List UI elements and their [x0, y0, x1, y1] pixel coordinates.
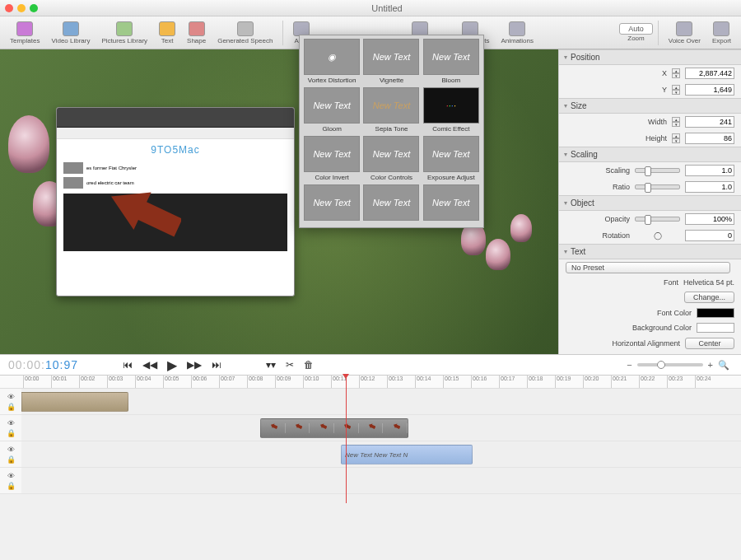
text-preset-select[interactable]: No Preset — [566, 262, 730, 273]
effect-thumb[interactable]: New Text — [423, 184, 479, 221]
object-header[interactable]: Object — [559, 195, 741, 211]
effect-thumb[interactable]: New Text — [304, 184, 360, 221]
arrow-clip[interactable]: Arrow — [260, 418, 408, 438]
effect-thumb[interactable]: New Text — [363, 184, 419, 221]
width-input[interactable] — [685, 116, 734, 128]
y-stepper[interactable]: ▴▾ — [672, 85, 680, 95]
effect-thumb[interactable]: New Text — [423, 136, 479, 172]
shape-button[interactable]: Shape — [182, 20, 211, 46]
x-input[interactable] — [685, 68, 734, 79]
scaling-input[interactable] — [685, 165, 734, 176]
opacity-input[interactable] — [685, 213, 734, 225]
toolbar-label: Text — [161, 37, 174, 44]
ruler-mark: 00:10 — [303, 376, 331, 388]
background-clip[interactable]: Background — [21, 392, 128, 412]
play-button[interactable]: ▶ — [167, 357, 177, 373]
goto-start-button[interactable]: ⏮ — [123, 359, 133, 371]
width-stepper[interactable]: ▴▾ — [672, 117, 680, 127]
track-row: 👁🔒 New Text New Text New Text N — [0, 441, 741, 468]
ratio-slider[interactable] — [635, 184, 680, 189]
ratio-input[interactable] — [685, 181, 734, 193]
effect-thumb[interactable]: New Text — [363, 39, 419, 75]
animations-button[interactable]: Animations — [496, 20, 538, 46]
rotation-input[interactable] — [685, 230, 734, 241]
toolbar-label: Templates — [10, 37, 40, 44]
track-lock-icon[interactable]: 🔒 — [7, 482, 16, 490]
timecode: 00:00:10:97 — [8, 358, 78, 371]
effect-thumb[interactable]: New Text — [363, 136, 419, 172]
video-library-icon — [63, 21, 79, 36]
track-lock-icon[interactable]: 🔒 — [7, 455, 16, 464]
track-visibility-icon[interactable]: 👁 — [7, 393, 15, 401]
close-icon[interactable] — [5, 4, 13, 12]
opacity-slider[interactable] — [635, 217, 680, 222]
change-font-button[interactable]: Change... — [684, 292, 734, 303]
step-forward-button[interactable]: ▶▶ — [187, 359, 202, 371]
zoom-out-button[interactable]: − — [627, 360, 631, 370]
toolbar-label: Animations — [501, 37, 534, 44]
effect-thumb[interactable]: New Text — [423, 39, 479, 75]
position-header[interactable]: Position — [559, 49, 741, 65]
zoom-control[interactable]: AutoZoom — [619, 23, 653, 42]
search-icon[interactable]: 🔍 — [718, 360, 729, 371]
rotation-label: Rotation — [566, 231, 630, 240]
delete-button[interactable]: 🗑 — [304, 359, 314, 371]
text-clip[interactable]: New Text New Text New Text N — [341, 445, 473, 464]
text-header[interactable]: Text — [559, 244, 741, 259]
effect-label: Vignette — [380, 75, 403, 86]
opacity-label: Opacity — [566, 215, 630, 223]
ruler-mark: 00:01 — [51, 376, 79, 388]
height-stepper[interactable]: ▴▾ — [672, 133, 680, 143]
ruler-mark: 00:15 — [443, 376, 471, 388]
zoom-in-button[interactable]: + — [708, 360, 713, 370]
size-header[interactable]: Size — [559, 98, 741, 114]
effect-thumb[interactable]: New Text — [304, 136, 360, 172]
track-visibility-icon[interactable]: 👁 — [7, 472, 15, 480]
effect-thumb[interactable]: New Text — [363, 87, 419, 124]
voice-over-button[interactable]: Voice Over — [664, 20, 706, 46]
track-visibility-icon[interactable]: 👁 — [7, 419, 15, 427]
effect-thumb[interactable]: ◉ — [304, 39, 360, 75]
effect-label: Vortex Distortion — [308, 75, 357, 86]
goto-end-button[interactable]: ⏭ — [212, 359, 221, 371]
zoom-select[interactable]: Auto — [619, 23, 653, 35]
arrow-annotation[interactable] — [82, 189, 181, 255]
zoom-icon[interactable] — [30, 4, 38, 12]
playhead[interactable] — [346, 376, 347, 503]
bg-color-swatch[interactable] — [697, 323, 734, 333]
ruler-mark: 00:22 — [639, 376, 667, 388]
h-align-select[interactable]: Center — [685, 338, 734, 349]
effect-thumb[interactable]: ···· — [423, 87, 479, 124]
step-back-button[interactable]: ◀◀ — [142, 359, 157, 371]
ruler-mark: 00:14 — [415, 376, 443, 388]
audio-effects-icon — [462, 21, 478, 36]
timeline-ruler[interactable]: 00:0000:0100:0200:0300:0400:0500:0600:07… — [0, 376, 741, 389]
track-lock-icon[interactable]: 🔒 — [7, 429, 16, 437]
templates-button[interactable]: Templates — [5, 20, 44, 46]
y-input[interactable] — [685, 84, 734, 96]
pictures-icon — [116, 21, 133, 36]
effect-thumb[interactable]: New Text — [304, 87, 360, 124]
separator — [658, 21, 659, 45]
scaling-header[interactable]: Scaling — [559, 147, 741, 162]
track-row: 👁🔒 — [0, 468, 741, 494]
align-icon — [293, 21, 310, 36]
minimize-icon[interactable] — [17, 4, 26, 12]
height-input[interactable] — [685, 133, 734, 144]
pictures-library-button[interactable]: Pictures Library — [96, 20, 152, 46]
video-library-button[interactable]: Video Library — [46, 20, 95, 46]
split-button[interactable]: ✂ — [286, 359, 294, 371]
zoom-slider[interactable] — [637, 363, 703, 366]
x-stepper[interactable]: ▴▾ — [672, 68, 680, 78]
rotation-dial-icon[interactable]: ◯ — [635, 231, 680, 240]
generated-speech-button[interactable]: Generated Speech — [212, 20, 277, 46]
font-value: Helvetica 54 pt. — [683, 278, 734, 287]
titlebar: Untitled — [0, 0, 741, 16]
scaling-slider[interactable] — [635, 168, 680, 173]
track-lock-icon[interactable]: 🔒 — [7, 403, 16, 411]
export-button[interactable]: Export — [707, 20, 736, 46]
font-color-swatch[interactable] — [697, 308, 734, 318]
track-visibility-icon[interactable]: 👁 — [7, 446, 15, 454]
text-button[interactable]: Text — [154, 20, 180, 46]
markers-button[interactable]: ▾▾ — [266, 359, 276, 371]
